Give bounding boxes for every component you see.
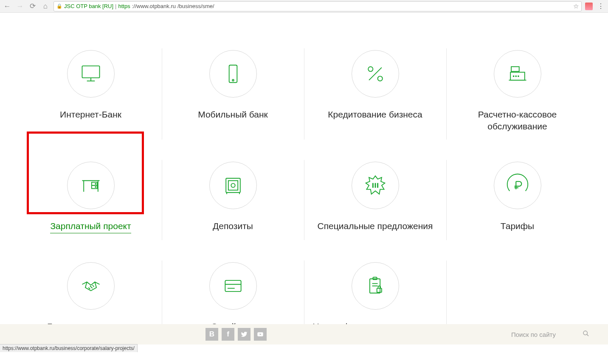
youtube-icon[interactable]: [254, 328, 267, 341]
card-mobile-bank[interactable]: Мобильный банк: [162, 38, 304, 150]
vk-icon[interactable]: B: [205, 328, 218, 341]
card-label: Интернет-Банк: [28, 109, 153, 120]
svg-rect-22: [228, 180, 237, 190]
svg-point-12: [515, 76, 516, 77]
svg-rect-30: [225, 280, 241, 291]
browser-menu-icon[interactable]: ⋮: [596, 2, 605, 10]
card-icon: [209, 262, 257, 310]
card-deposits[interactable]: Депозиты: [162, 150, 304, 250]
card-label: Мобильный банк: [170, 109, 296, 120]
card-label: Кредитование бизнеса: [312, 109, 438, 120]
safe-icon: [209, 162, 257, 209]
twitter-icon[interactable]: [238, 328, 251, 341]
home-button[interactable]: ⌂: [41, 2, 50, 11]
url-path: /business/sme/: [177, 3, 214, 9]
phone-icon: [209, 50, 257, 98]
svg-point-20: [95, 186, 96, 187]
svg-rect-3: [229, 65, 237, 82]
monitor-icon: [67, 50, 115, 98]
percent-icon: [352, 50, 399, 98]
back-button[interactable]: ←: [3, 2, 12, 11]
page-footer: B f: [0, 324, 608, 344]
svg-rect-0: [82, 66, 99, 78]
cert-separator: |: [115, 3, 116, 9]
bookmark-star-icon[interactable]: ☆: [573, 3, 579, 10]
svg-point-4: [232, 79, 234, 81]
card-label: Расчетно-кассовое обслуживание: [455, 109, 580, 133]
svg-rect-37: [377, 288, 381, 292]
ssl-cert-label: JSC OTP bank [RU]: [64, 3, 113, 9]
svg-point-11: [513, 76, 514, 77]
services-grid: Интернет-Банк Мобильный банк Кредитовани…: [20, 13, 588, 350]
svg-line-41: [587, 334, 588, 336]
svg-point-6: [377, 76, 382, 81]
reload-button[interactable]: ⟳: [28, 2, 37, 11]
card-salary-project[interactable]: Зарплатный проект: [20, 150, 162, 250]
svg-point-40: [583, 331, 587, 335]
handshake-icon: [67, 262, 115, 310]
extension-icon[interactable]: [585, 3, 593, 10]
svg-point-13: [518, 76, 518, 77]
forward-button[interactable]: →: [15, 2, 25, 11]
status-bar-link: https://www.otpbank.ru/business/corporat…: [0, 344, 138, 352]
card-business-credit[interactable]: Кредитование бизнеса: [304, 38, 446, 150]
card-label: Депозиты: [170, 220, 296, 232]
card-cash-service[interactable]: Расчетно-кассовое обслуживание: [446, 38, 588, 150]
card-label: Зарплатный проект: [50, 220, 131, 233]
svg-point-23: [231, 183, 235, 187]
search-icon[interactable]: [583, 330, 589, 339]
facebook-icon[interactable]: f: [222, 328, 234, 341]
address-bar[interactable]: 🔒 JSC OTP bank [RU] | https://www.otpban…: [53, 1, 582, 11]
card-label: Тарифы: [455, 220, 580, 232]
page-content: Интернет-Банк Мобильный банк Кредитовани…: [0, 13, 608, 352]
browser-toolbar: ← → ⟳ ⌂ 🔒 JSC OTP bank [RU] | https://ww…: [0, 0, 608, 13]
svg-rect-34: [373, 277, 377, 280]
card-tariffs[interactable]: Тарифы: [446, 150, 588, 250]
ruble-icon: [494, 162, 541, 209]
lock-icon: 🔒: [56, 3, 62, 9]
cash-register-icon: [494, 50, 541, 98]
social-links: B f: [205, 328, 267, 341]
clipboard-lock-icon: [352, 262, 399, 310]
footer-search: [511, 330, 589, 339]
desk-icon: [67, 162, 115, 209]
svg-point-5: [368, 67, 373, 71]
card-special-offers[interactable]: Специальные предложения: [304, 150, 446, 250]
svg-point-19: [95, 183, 96, 184]
url-host: ://www.otpbank.ru: [132, 3, 176, 9]
url-scheme: https: [118, 3, 130, 9]
svg-line-7: [369, 67, 382, 80]
card-label: Специальные предложения: [312, 220, 438, 232]
search-input[interactable]: [511, 331, 579, 338]
burst-icon: [352, 162, 399, 209]
card-internet-bank[interactable]: Интернет-Банк: [20, 38, 162, 150]
svg-rect-9: [511, 67, 519, 71]
